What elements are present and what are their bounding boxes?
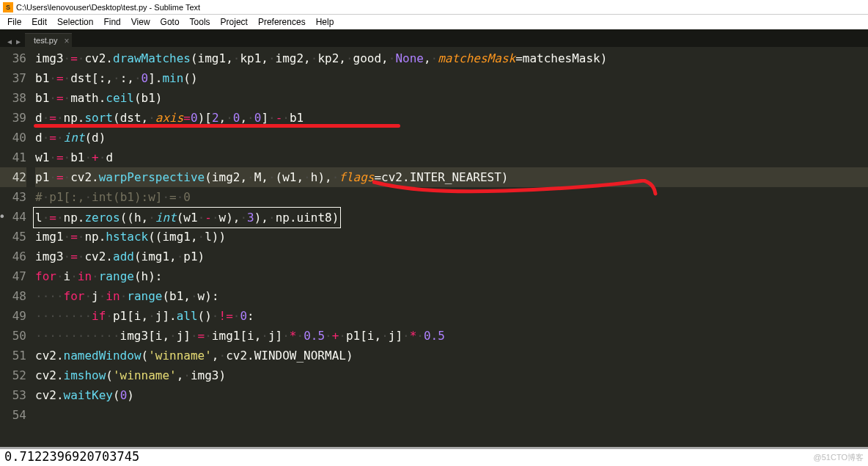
line-38[interactable]: b1·=·math.ceil(b1) [35,88,868,108]
line-54[interactable] [35,405,868,425]
line-52[interactable]: cv2.imshow('winname',·img3) [35,365,868,385]
line-37[interactable]: b1·=·dst[:,·:,·0].min() [35,68,868,88]
line-48[interactable]: ····for·j·in·range(b1,·w): [35,286,868,306]
menu-find[interactable]: Find [99,17,125,27]
menu-help[interactable]: Help [312,17,339,27]
watermark: @51CTO博客 [814,452,864,463]
menu-view[interactable]: View [127,17,155,27]
line-47[interactable]: for·i·in·range(h): [35,266,868,286]
code-area[interactable]: img3·=·cv2.drawMatches(img1,·kp1,·img2,·… [35,47,868,446]
menu-tools[interactable]: Tools [185,17,215,27]
close-icon[interactable]: × [64,37,69,45]
menu-project[interactable]: Project [216,17,252,27]
status-text: 0.7122396920703745 [4,449,139,464]
menu-goto[interactable]: Goto [156,17,184,27]
menu-file[interactable]: File [3,17,26,27]
line-40[interactable]: d·=·int(d) [35,128,868,148]
annotation-underline-1 [34,124,400,128]
line-44[interactable]: l·=·np.zeros((h,·int(w1·-·w),·3),·np.uin… [35,207,868,227]
titlebar: S C:\Users\lenovouser\Desktop\test.py - … [0,0,868,15]
line-41[interactable]: w1·=·b1·+·d [35,148,868,167]
line-51[interactable]: cv2.namedWindow('winname',·cv2.WINDOW_NO… [35,346,868,365]
nav-arrows[interactable]: ◀ ▶ [3,36,25,47]
app-icon: S [3,2,13,12]
window-title: C:\Users\lenovouser\Desktop\test.py - Su… [16,3,200,12]
line-45[interactable]: img1·=·np.hstack((img1,·l)) [35,227,868,247]
line-36[interactable]: img3·=·cv2.drawMatches(img1,·kp1,·img2,·… [35,48,868,68]
line-50[interactable]: ············img3[i,·j]·=·img1[i,·j]·*·0.… [35,326,868,346]
menu-preferences[interactable]: Preferences [254,17,310,27]
editor[interactable]: 36373839404142434445464748495051525354 i… [0,47,868,446]
annotation-underline-2 [372,179,658,200]
gutter: 36373839404142434445464748495051525354 [0,47,35,446]
tab-testpy[interactable]: test.py × [25,33,72,47]
tab-label: test.py [34,36,57,45]
menu-edit[interactable]: Edit [27,17,51,27]
menubar: File Edit Selection Find View Goto Tools… [0,15,868,29]
statusbar: 0.7122396920703745 [0,447,868,466]
menu-selection[interactable]: Selection [53,17,98,27]
tabbar: ◀ ▶ test.py × [0,29,868,47]
line-53[interactable]: cv2.waitKey(0) [35,385,868,405]
line-49[interactable]: ········if·p1[i,·j].all()·!=·0: [35,306,868,326]
line-46[interactable]: img3·=·cv2.add(img1,·p1) [35,247,868,266]
